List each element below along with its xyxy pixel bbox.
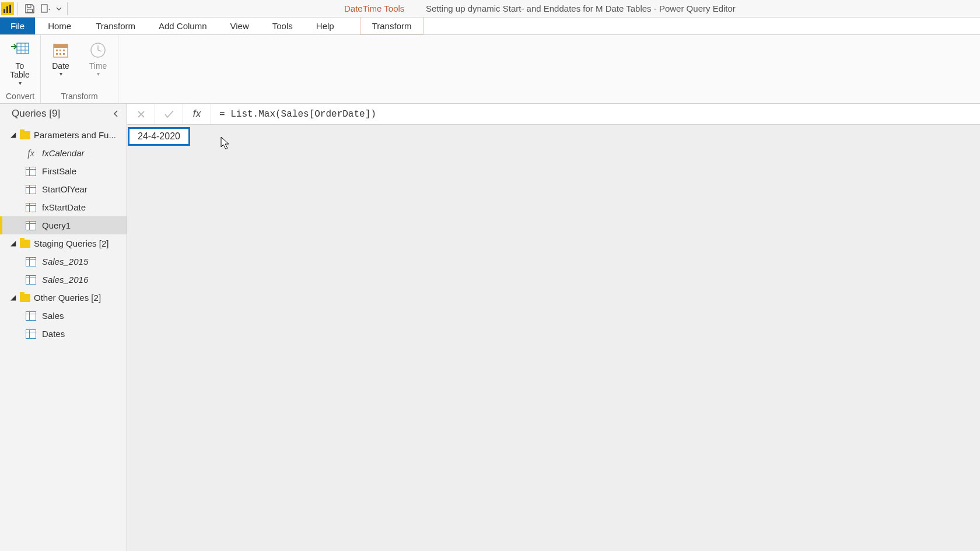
queries-header: Queries [9] [0, 104, 127, 124]
tree-item[interactable]: FirstSale [0, 162, 127, 180]
tab-help[interactable]: Help [304, 17, 346, 34]
table-icon [26, 257, 36, 266]
chevron-down-icon: ▾ [19, 80, 22, 86]
save-button[interactable] [22, 1, 38, 17]
to-table-label: To Table [10, 62, 29, 80]
caret-down-icon: ◢ [10, 131, 16, 139]
svg-rect-16 [63, 50, 65, 51]
tree-item[interactable]: StartOfYear [0, 180, 127, 198]
tree-item[interactable]: Sales [0, 307, 127, 325]
tree-item-label: fxStartDate [42, 202, 86, 212]
chevron-down-icon [56, 6, 62, 12]
main-area: fx 24-4-2020 [127, 104, 980, 551]
caret-down-icon: ◢ [10, 293, 16, 301]
chevron-down-icon: ▾ [60, 71, 62, 77]
ribbon-group-label-convert: Convert [6, 92, 34, 102]
svg-rect-5 [41, 5, 47, 12]
ribbon-group-transform: Date ▾ Time ▾ Transform [41, 35, 118, 103]
svg-rect-19 [63, 53, 65, 55]
svg-rect-14 [56, 50, 58, 51]
tree-folder-label: Other Queries [2] [34, 293, 101, 303]
app-icon [1, 2, 14, 15]
time-button[interactable]: Time ▾ [84, 40, 112, 77]
date-button[interactable]: Date ▾ [47, 40, 75, 77]
tab-home[interactable]: Home [35, 17, 84, 34]
x-icon [136, 110, 146, 119]
svg-rect-1 [6, 6, 8, 13]
qat-divider [18, 2, 18, 15]
qat-divider-2 [67, 2, 68, 15]
tree-item-label: StartOfYear [42, 184, 88, 194]
table-icon [26, 275, 36, 285]
result-value-cell[interactable]: 24-4-2020 [128, 127, 190, 146]
tab-file[interactable]: File [0, 17, 35, 34]
ribbon-body: To Table ▾ Convert Date ▾ Time ▾ Tran [0, 35, 980, 104]
queries-tree: ◢Parameters and Fu...fxfxCalendarFirstSa… [0, 124, 127, 345]
folder-icon [20, 240, 30, 248]
to-table-button[interactable]: To Table ▾ [6, 40, 34, 86]
qat-more-button[interactable] [38, 1, 54, 17]
tab-tools[interactable]: Tools [261, 17, 304, 34]
tree-item[interactable]: fxStartDate [0, 198, 127, 216]
svg-rect-3 [27, 5, 31, 7]
time-label: Time [89, 62, 107, 71]
table-icon [26, 221, 36, 230]
formula-cancel-button[interactable] [127, 104, 155, 124]
ribbon-group-convert: To Table ▾ Convert [0, 35, 41, 103]
table-icon [26, 167, 36, 176]
title-bar: DateTime Tools Setting up dynamic Start-… [0, 0, 980, 17]
tree-folder-label: Staging Queries [2] [34, 238, 108, 248]
svg-rect-4 [27, 9, 33, 12]
svg-rect-0 [4, 9, 5, 13]
result-value: 24-4-2020 [138, 131, 180, 141]
tree-item[interactable]: Query1 [0, 216, 127, 234]
tree-item-label: Sales [42, 311, 64, 321]
clock-icon [88, 40, 108, 61]
calendar-icon [50, 40, 71, 61]
fx-icon: fx [192, 108, 201, 120]
tab-context-transform[interactable]: Transform [360, 17, 424, 34]
cursor-icon [220, 136, 231, 150]
tree-folder[interactable]: ◢Staging Queries [2] [0, 234, 127, 252]
svg-rect-12 [54, 44, 68, 48]
chevron-left-icon [113, 110, 120, 117]
tree-item-label: Dates [42, 329, 65, 339]
formula-bar: fx [127, 104, 980, 125]
to-table-icon [9, 40, 30, 61]
svg-rect-6 [17, 43, 29, 54]
tree-item[interactable]: Sales_2015 [0, 252, 127, 271]
tree-item-label: fxCalendar [42, 148, 85, 158]
folder-icon [20, 294, 30, 302]
tree-item-label: Sales_2015 [42, 257, 88, 266]
formula-confirm-button[interactable] [155, 104, 183, 124]
queries-header-label: Queries [9] [12, 108, 60, 120]
tree-item[interactable]: fxfxCalendar [0, 144, 127, 162]
date-label: Date [52, 62, 69, 71]
folder-icon [20, 131, 30, 139]
tree-folder-label: Parameters and Fu... [34, 130, 116, 140]
table-icon [26, 329, 36, 339]
check-icon [164, 110, 174, 119]
tree-folder[interactable]: ◢Parameters and Fu... [0, 126, 127, 144]
tree-item[interactable]: Dates [0, 325, 127, 343]
queries-pane: Queries [9] ◢Parameters and Fu...fxfxCal… [0, 104, 127, 551]
tab-add-column[interactable]: Add Column [147, 17, 219, 34]
fx-button[interactable]: fx [183, 104, 211, 124]
qat-customize-button[interactable] [54, 1, 64, 17]
formula-input[interactable] [211, 104, 980, 124]
tree-folder[interactable]: ◢Other Queries [2] [0, 289, 127, 307]
table-icon [26, 185, 36, 194]
tab-view[interactable]: View [219, 17, 261, 34]
svg-rect-18 [60, 53, 61, 55]
fx-icon: fx [26, 148, 36, 159]
tab-transform[interactable]: Transform [84, 17, 147, 34]
tree-item-label: FirstSale [42, 166, 76, 176]
tree-item[interactable]: Sales_2016 [0, 271, 127, 289]
ribbon-tabs: File Home Transform Add Column View Tool… [0, 17, 980, 35]
save-icon [24, 3, 35, 14]
collapse-queries-button[interactable] [110, 108, 122, 120]
tree-item-label: Sales_2016 [42, 275, 88, 285]
chevron-down-icon: ▾ [97, 71, 100, 77]
caret-down-icon: ◢ [10, 239, 16, 247]
svg-rect-15 [60, 50, 61, 51]
